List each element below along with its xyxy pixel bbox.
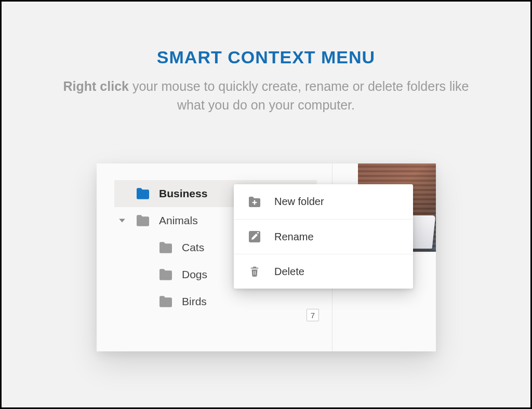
tree-item-birds[interactable]: Birds: [114, 288, 317, 315]
folder-icon: [158, 241, 174, 254]
tree-item-label: Animals: [159, 214, 198, 227]
chevron-down-icon[interactable]: [118, 214, 126, 227]
folder-icon: [158, 268, 174, 281]
folder-icon: [158, 295, 174, 308]
folder-icon: [135, 214, 151, 227]
thumbnail-count-badge: 7: [307, 309, 319, 321]
subtitle-emphasis: Right click: [63, 79, 129, 93]
folder-icon: [135, 187, 151, 200]
subtitle-rest: your mouse to quickly create, rename or …: [129, 79, 469, 112]
context-menu: New folder Rename Delete: [234, 184, 413, 289]
context-menu-item-label: Rename: [274, 231, 314, 243]
context-menu-delete[interactable]: Delete: [234, 254, 413, 289]
tree-item-label: Dogs: [182, 268, 207, 281]
page-title: SMART CONTEXT MENU: [2, 47, 530, 67]
context-menu-item-label: Delete: [274, 266, 304, 278]
pencil-icon: [247, 230, 262, 243]
tree-item-label: Cats: [182, 241, 204, 254]
context-menu-rename[interactable]: Rename: [234, 219, 413, 254]
page-subtitle: Right click your mouse to quickly create…: [2, 77, 530, 115]
folder-panel: Business Animals Cats Dogs: [97, 163, 436, 351]
tree-item-label: Birds: [182, 295, 207, 308]
context-menu-item-label: New folder: [274, 196, 324, 208]
folder-plus-icon: [247, 196, 262, 208]
trash-icon: [247, 265, 262, 278]
tree-item-label: Business: [159, 187, 207, 200]
context-menu-new-folder[interactable]: New folder: [234, 184, 413, 219]
